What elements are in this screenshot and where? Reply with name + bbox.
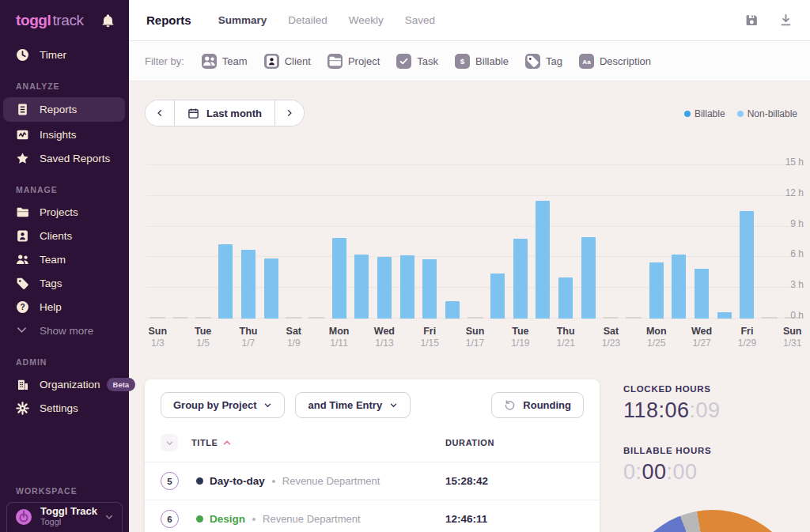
bar-1/12[interactable] — [354, 255, 369, 319]
chart-day-slot: Wed1/27 — [691, 165, 713, 319]
billable-hours-label: BILLABLE HOURS — [623, 446, 797, 455]
filter-chip-team[interactable]: Team — [202, 54, 248, 69]
sidebar-item-label: Insights — [40, 129, 77, 141]
zero-bar-1/5 — [195, 317, 211, 319]
toggl-logo[interactable]: toggltrack — [16, 12, 84, 29]
sidebar-item-tags[interactable]: Tags — [3, 272, 125, 294]
filter-chip-label: Billable — [475, 55, 509, 67]
bar-1/22[interactable] — [581, 237, 596, 319]
tab-summary[interactable]: Summary — [218, 14, 267, 26]
sidebar-item-saved-reports[interactable]: Saved Reports — [3, 147, 125, 169]
bar-1/6[interactable] — [218, 244, 233, 319]
filter-chip-description[interactable]: AaDescription — [579, 54, 651, 69]
stat-value-muted-part: :09 — [690, 398, 721, 422]
sidebar-item-insights[interactable]: Insights — [3, 123, 125, 145]
team-icon — [16, 253, 29, 266]
bar-1/15[interactable] — [422, 259, 437, 319]
report-tabs: SummaryDetailedWeeklySaved — [218, 14, 435, 26]
bar-1/20[interactable] — [536, 201, 550, 319]
bar-1/27[interactable] — [695, 269, 709, 319]
x-axis-label: Sat1/23 — [602, 326, 620, 349]
filters: TeamClientProjectTask$BillableTagAaDescr… — [202, 54, 651, 69]
dollar-icon: $ — [455, 54, 470, 69]
tab-detailed[interactable]: Detailed — [288, 14, 327, 26]
sidebar-item-projects[interactable]: Projects — [3, 201, 125, 223]
stats-panel: CLOCKED HOURS 118:06:09 BILLABLE HOURS 0… — [623, 384, 797, 485]
bar-1/8[interactable] — [264, 258, 278, 319]
y-axis-tick-label: 6 h — [787, 248, 804, 259]
x-axis-date: 1/31 — [783, 338, 802, 349]
chart-day-slot — [441, 165, 464, 319]
bar-1/13[interactable] — [377, 257, 392, 319]
tab-saved[interactable]: Saved — [405, 14, 435, 26]
sidebar-item-organization[interactable]: OrganizationBeta — [3, 373, 125, 395]
save-icon[interactable] — [745, 13, 759, 27]
filter-by-label: Filter by: — [145, 55, 184, 67]
tab-weekly[interactable]: Weekly — [349, 14, 384, 26]
sidebar-item-label: Tags — [40, 277, 62, 289]
sidebar-item-clients[interactable]: Clients — [3, 224, 125, 247]
bar-1/11[interactable] — [332, 238, 346, 319]
date-range-picker: Last month — [145, 100, 305, 126]
date-range-button[interactable]: Last month — [174, 100, 275, 126]
collapse-all-button[interactable] — [161, 434, 178, 451]
project-color-dot — [196, 477, 203, 485]
filter-chip-tag[interactable]: Tag — [525, 54, 562, 69]
legend-item-non-billable[interactable]: Non-billable — [737, 108, 797, 119]
folder-icon — [327, 54, 343, 69]
bar-1/28[interactable] — [717, 312, 732, 319]
bar-1/16[interactable] — [445, 301, 460, 319]
sidebar-item-label: Timer — [40, 49, 66, 61]
check-icon — [396, 54, 411, 69]
sidebar-item-settings[interactable]: Settings — [3, 397, 125, 419]
bar-1/18[interactable] — [490, 274, 505, 319]
sidebar-item-reports[interactable]: Reports — [3, 97, 125, 122]
sidebar-item-label: Help — [40, 301, 62, 313]
notifications-bell-icon[interactable] — [101, 14, 115, 28]
x-axis-label: Tue1/5 — [195, 326, 211, 349]
next-period-button[interactable] — [275, 100, 304, 126]
bar-1/7[interactable] — [241, 250, 255, 319]
sub-group-dropdown[interactable]: and Time Entry — [295, 392, 411, 418]
group-count-badge[interactable]: 5 — [161, 472, 179, 490]
rounding-icon — [504, 399, 516, 411]
x-axis-day: Tue — [195, 326, 211, 338]
legend-item-billable[interactable]: Billable — [684, 108, 725, 119]
table-row-day-to-day[interactable]: 5Day-to-dayRevenue Department15:28:42 — [145, 462, 600, 500]
bar-1/25[interactable] — [649, 262, 664, 319]
sidebar-item-team[interactable]: Team — [3, 248, 125, 270]
filter-chip-label: Description — [600, 55, 651, 67]
doc-icon — [16, 103, 29, 116]
sidebar-item-label: Clients — [40, 230, 72, 242]
bar-1/14[interactable] — [400, 255, 414, 319]
sidebar-item-timer[interactable]: Timer — [3, 43, 125, 66]
bar-1/26[interactable] — [672, 255, 686, 319]
download-icon[interactable] — [779, 13, 793, 27]
prev-period-button[interactable] — [146, 100, 174, 126]
chart-day-slot: Sun1/17 — [464, 165, 486, 319]
workspace-switcher[interactable]: Toggl Track Toggl — [6, 502, 123, 532]
hours-bar-chart: 0 h3 h6 h9 h12 h15 hSun1/3Tue1/5Thu1/7Sa… — [146, 165, 804, 319]
bar-1/19[interactable] — [513, 239, 528, 319]
table-row-design[interactable]: 6DesignRevenue Department12:46:11 — [145, 500, 600, 532]
filter-chip-billable[interactable]: $Billable — [455, 54, 509, 69]
rounding-button[interactable]: Rounding — [491, 392, 584, 418]
column-header-title[interactable]: TITLE — [191, 438, 231, 447]
x-axis-date: 1/23 — [602, 338, 620, 349]
filter-chip-client[interactable]: Client — [264, 54, 311, 69]
bar-1/29[interactable] — [740, 211, 754, 319]
bar-1/21[interactable] — [558, 277, 573, 319]
rounding-label: Rounding — [523, 399, 571, 411]
x-axis-date: 1/15 — [421, 338, 439, 349]
x-axis-day: Sat — [602, 326, 620, 338]
filter-chip-project[interactable]: Project — [327, 54, 380, 69]
sidebar-item-show-more[interactable]: Show more — [3, 319, 125, 341]
group-by-dropdown[interactable]: Group by Project — [161, 392, 285, 418]
sidebar-item-help[interactable]: ?Help — [3, 296, 125, 318]
x-axis-date: 1/17 — [466, 338, 485, 349]
column-header-duration[interactable]: DURATION — [445, 438, 494, 447]
page-title: Reports — [146, 13, 191, 27]
x-axis-day: Thu — [556, 326, 574, 338]
group-count-badge[interactable]: 6 — [161, 510, 179, 528]
filter-chip-task[interactable]: Task — [396, 54, 438, 69]
